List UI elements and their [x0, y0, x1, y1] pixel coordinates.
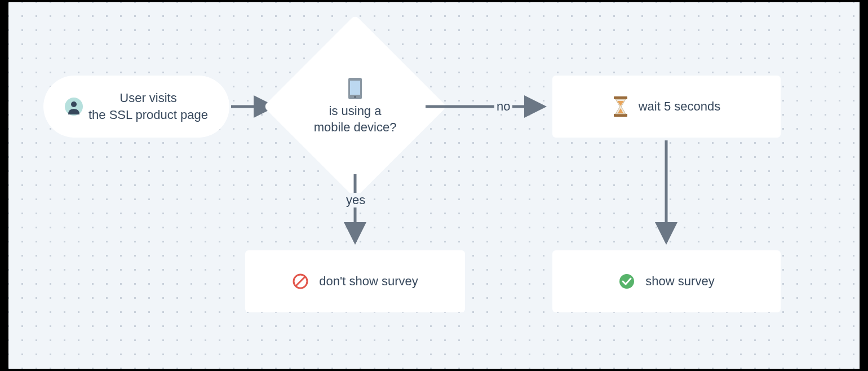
- prohibit-icon: [292, 273, 309, 290]
- node-show-label: show survey: [645, 273, 714, 290]
- check-icon: [618, 273, 635, 290]
- arrow-decision-to-dont: [349, 174, 361, 250]
- svg-rect-4: [350, 81, 360, 95]
- svg-point-5: [354, 96, 356, 98]
- arrow-wait-to-show: [661, 140, 672, 250]
- hourglass-icon: [613, 96, 628, 117]
- node-decision: is using a mobile device?: [290, 42, 420, 171]
- node-start-label: User visits the SSL product page: [88, 90, 208, 123]
- user-icon: [65, 98, 83, 116]
- node-decision-label: is using a mobile device?: [314, 103, 397, 135]
- node-dont-show-label: don't show survey: [319, 273, 418, 290]
- svg-line-12: [296, 277, 305, 286]
- flowchart-canvas: User visits the SSL product page is usin…: [8, 2, 860, 369]
- svg-point-1: [71, 101, 77, 107]
- node-start: User visits the SSL product page: [43, 76, 229, 138]
- svg-rect-8: [614, 114, 627, 117]
- svg-rect-7: [614, 96, 627, 99]
- node-wait-label: wait 5 seconds: [639, 98, 721, 115]
- node-wait: wait 5 seconds: [552, 76, 781, 138]
- node-show: show survey: [552, 250, 781, 312]
- edge-label-yes: yes: [344, 193, 367, 207]
- svg-point-13: [619, 274, 634, 289]
- edge-label-no: no: [494, 99, 512, 114]
- node-dont-show: don't show survey: [245, 250, 465, 312]
- arrow-decision-to-wait: [426, 101, 552, 112]
- mobile-icon: [347, 77, 364, 100]
